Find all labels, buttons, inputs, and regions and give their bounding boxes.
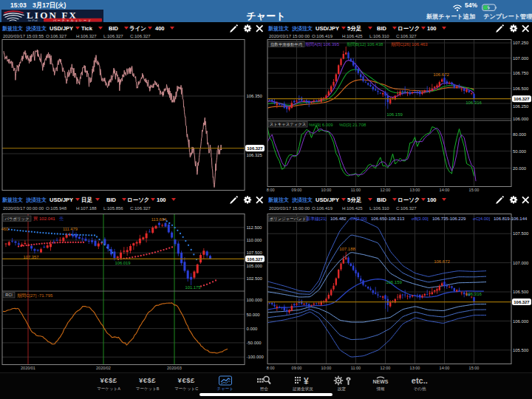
svg-text:2020/02: 2020/02	[96, 366, 111, 370]
svg-text:106.735-106.229: 106.735-106.229	[432, 216, 466, 221]
svg-text:106.482: 106.482	[330, 216, 347, 221]
svg-text:15:00: 15:00	[469, 366, 480, 370]
svg-text:106.500: 106.500	[513, 290, 529, 294]
svg-text:期間C[27] -71.795: 期間C[27] -71.795	[17, 293, 53, 299]
svg-text:106.159: 106.159	[386, 280, 402, 284]
svg-text:80.000: 80.000	[513, 132, 527, 137]
svg-text:-50.000: -50.000	[247, 341, 262, 345]
svg-text:10:00: 10:00	[321, 188, 332, 192]
svg-text:106.316: 106.316	[466, 292, 482, 296]
svg-text:106.819-106.144: 106.819-106.144	[494, 216, 528, 221]
svg-text:パラボリック: パラボリック	[4, 216, 29, 221]
svg-text:指数平滑移動平均: 指数平滑移動平均	[270, 42, 302, 47]
svg-text:101.175: 101.175	[185, 285, 201, 290]
svg-text:NEWS: NEWS	[373, 379, 389, 384]
svg-text:期間B[12] 106.438: 期間B[12] 106.438	[347, 42, 383, 47]
svg-text:8:00: 8:00	[267, 188, 275, 192]
svg-text:106.327: 106.327	[514, 300, 530, 304]
svg-text:106.325: 106.325	[247, 153, 263, 157]
svg-text:107.000: 107.000	[513, 56, 529, 61]
svg-text:ボリンジャーバンド: ボリンジャーバンド	[270, 216, 307, 221]
svg-text:50.000: 50.000	[513, 149, 527, 154]
svg-text:107.500: 107.500	[247, 250, 263, 255]
svg-text:106.500: 106.500	[513, 86, 529, 91]
svg-text:15:00: 15:00	[469, 188, 480, 192]
svg-text:112.500: 112.500	[247, 225, 263, 230]
svg-text:106.327: 106.327	[247, 257, 263, 262]
svg-text:107.357: 107.357	[24, 255, 39, 259]
svg-text:σB[3.00]: σB[3.00]	[412, 216, 429, 221]
svg-text:107.500: 107.500	[513, 231, 529, 236]
svg-text:107.188: 107.188	[339, 247, 355, 251]
svg-text:106.327: 106.327	[247, 146, 263, 151]
svg-text:2020/01: 2020/01	[21, 366, 35, 370]
svg-text:106.672: 106.672	[434, 259, 450, 264]
svg-text:10:00: 10:00	[321, 366, 332, 370]
svg-text:105.000: 105.000	[247, 264, 263, 268]
svg-text:09:00: 09:00	[292, 188, 302, 192]
svg-text:106.650-106.313: 106.650-106.313	[371, 216, 405, 221]
svg-text:100.000: 100.000	[247, 298, 263, 302]
svg-text:期間A[5] 106.395: 期間A[5] 106.395	[305, 42, 340, 47]
svg-text:基準線[21]: 基準線[21]	[306, 216, 327, 221]
svg-text:ストキャスティクス: ストキャスティクス	[270, 122, 307, 127]
svg-text:14:00: 14:00	[440, 366, 450, 370]
svg-text:107.250: 107.250	[513, 41, 529, 45]
svg-text:106.316: 106.316	[466, 100, 482, 105]
svg-text:11:00: 11:00	[351, 188, 361, 192]
svg-text:105.500: 105.500	[513, 348, 529, 352]
svg-text:0.000: 0.000	[247, 327, 258, 331]
svg-text:106.327: 106.327	[514, 97, 530, 101]
svg-text:11:00: 11:00	[351, 366, 361, 370]
svg-text:買: 買	[33, 216, 38, 221]
svg-text:%K[9] 6.009: %K[9] 6.009	[309, 123, 333, 127]
svg-text:12:00: 12:00	[381, 366, 391, 370]
svg-text:σC[4.00]: σC[4.00]	[473, 216, 490, 221]
svg-text:RCI: RCI	[5, 293, 12, 297]
svg-text:期間C[26] 106.463: 期間C[26] 106.463	[391, 42, 428, 47]
svg-text:売: 売	[59, 216, 64, 222]
svg-text:106.000: 106.000	[513, 117, 529, 121]
svg-text:106.750: 106.750	[513, 71, 529, 75]
svg-text:12:00: 12:00	[381, 188, 391, 192]
svg-text:102.041: 102.041	[39, 216, 55, 221]
svg-text:σA[2.00]: σA[2.00]	[350, 216, 367, 221]
svg-text:8:00: 8:00	[267, 366, 275, 370]
svg-text:20.000: 20.000	[513, 166, 527, 171]
svg-text:2020/03: 2020/03	[167, 366, 182, 370]
svg-text:106.250: 106.250	[513, 104, 529, 109]
svg-text:¥: ¥	[304, 376, 309, 386]
svg-text:113.684: 113.684	[151, 217, 167, 222]
svg-text:110.000: 110.000	[247, 238, 263, 242]
svg-text:09:00: 09:00	[292, 366, 302, 370]
svg-text:111.479: 111.479	[63, 227, 78, 231]
svg-text:106.350: 106.350	[247, 94, 263, 98]
svg-text:102.500: 102.500	[247, 276, 263, 281]
svg-text:-100.000: -100.000	[247, 355, 265, 359]
svg-text:50.000: 50.000	[247, 313, 261, 317]
svg-text:%D[3] 21.708: %D[3] 21.708	[339, 123, 366, 127]
svg-text:13:00: 13:00	[410, 188, 420, 192]
svg-text:106.019: 106.019	[115, 261, 131, 265]
svg-text:106.159: 106.159	[386, 112, 403, 117]
svg-text:106.672: 106.672	[433, 72, 449, 77]
svg-text:14:00: 14:00	[440, 188, 450, 192]
svg-text:13:00: 13:00	[410, 366, 420, 370]
svg-text:106.000: 106.000	[513, 319, 529, 324]
svg-text:107.000: 107.000	[513, 261, 529, 265]
